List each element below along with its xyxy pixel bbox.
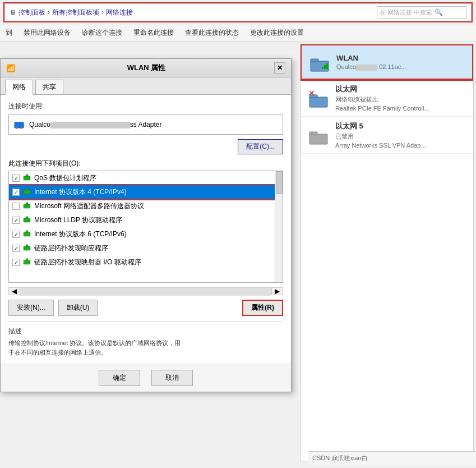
svg-rect-12 bbox=[26, 231, 28, 233]
list-item-checkbox[interactable] bbox=[12, 231, 20, 238]
svg-text:✕: ✕ bbox=[308, 89, 315, 98]
svg-rect-0 bbox=[15, 122, 24, 128]
cancel-button[interactable]: 取消 bbox=[151, 370, 193, 386]
tab-share[interactable]: 共享 bbox=[35, 80, 63, 94]
list-item-label: 链路层拓扑发现响应程序 bbox=[34, 244, 108, 253]
dialog-tabs: 网络 共享 bbox=[1, 77, 291, 95]
breadcrumb-sep1: › bbox=[48, 8, 50, 16]
breadcrumb-icon: 🖥 bbox=[10, 8, 16, 16]
list-item-icon bbox=[23, 230, 31, 239]
list-item-icon bbox=[23, 244, 31, 253]
wlan-icon bbox=[308, 50, 331, 72]
list-item-checkbox[interactable] bbox=[12, 203, 20, 210]
toolbar-item-diagnose[interactable]: 诊断这个连接 bbox=[81, 26, 123, 40]
list-item-label: Internet 协议版本 4 (TCP/IPv4) bbox=[34, 187, 127, 197]
list-item[interactable]: 链路层拓扑发现响应程序 bbox=[9, 241, 283, 255]
install-button[interactable]: 安装(N)... bbox=[8, 300, 54, 316]
list-item[interactable]: Internet 协议版本 4 (TCP/IPv4) bbox=[9, 185, 283, 199]
list-item[interactable]: 链路层拓扑发现映射器 I/O 驱动程序 bbox=[9, 255, 283, 269]
description-section: 描述 传输控制协议/Internet 协议。该协议是默认的广域网络协议，用 于在… bbox=[8, 322, 283, 357]
svg-rect-14 bbox=[26, 245, 28, 247]
adapter-name: Qualco████████████████████ss Adapter bbox=[29, 121, 161, 129]
toolbar-item-status[interactable]: 查看此连接的状态 bbox=[184, 26, 240, 40]
list-item-label: 链路层拓扑发现映射器 I/O 驱动程序 bbox=[34, 258, 141, 267]
toolbar-item-change[interactable]: 更改此连接的设置 bbox=[249, 26, 305, 40]
list-item[interactable]: QoS 数据包计划程序 bbox=[9, 171, 283, 185]
net-item-sub1: 已禁用 bbox=[335, 132, 466, 141]
breadcrumb-part3[interactable]: 网络连接 bbox=[106, 8, 133, 17]
hscroll-left[interactable]: ◀ bbox=[9, 288, 20, 295]
properties-button[interactable]: 属性(R) bbox=[242, 300, 283, 316]
svg-rect-16 bbox=[26, 259, 28, 261]
svg-rect-1 bbox=[16, 127, 17, 129]
status-bar: CSDN @爪哇xiao白 bbox=[308, 451, 476, 465]
list-item-icon bbox=[23, 173, 31, 183]
network-connections-panel: WLANQualco██████ 02.11ac... ✕ 以太网网络电缆被拔出… bbox=[300, 44, 474, 461]
ok-button[interactable]: 确定 bbox=[99, 370, 140, 386]
uninstall-button[interactable]: 卸载(U) bbox=[58, 300, 98, 316]
status-brand: CSDN @爪哇xiao白 bbox=[312, 454, 368, 462]
scrollbar-thumb[interactable] bbox=[276, 171, 283, 194]
svg-rect-25 bbox=[309, 134, 327, 144]
net-item-name: 以太网 bbox=[335, 84, 466, 94]
list-item-checkbox[interactable] bbox=[12, 175, 20, 182]
list-item-label: Microsoft LLDP 协议驱动程序 bbox=[34, 215, 122, 225]
vpn-icon bbox=[307, 123, 330, 145]
list-item-icon bbox=[23, 258, 31, 267]
net-item-name: 以太网 5 bbox=[335, 121, 466, 131]
list-item[interactable]: Microsoft 网络适配器多路传送器协议 bbox=[9, 199, 283, 213]
breadcrumb-part1[interactable]: 控制面板 bbox=[19, 8, 45, 17]
dialog-close-button[interactable]: ✕ bbox=[274, 62, 285, 74]
svg-rect-10 bbox=[26, 217, 28, 219]
search-placeholder: 在 网络连接 中搜索 bbox=[380, 8, 432, 17]
list-item[interactable]: Microsoft LLDP 协议驱动程序 bbox=[9, 213, 283, 227]
hscroll-track bbox=[20, 288, 271, 296]
list-scrollbar[interactable] bbox=[275, 171, 283, 282]
dialog-footer: 确定 取消 bbox=[1, 364, 291, 392]
adapter-icon bbox=[13, 119, 25, 130]
toolbar-item-disable[interactable]: 禁用此网络设备 bbox=[22, 26, 72, 40]
net-item-name: WLAN bbox=[336, 54, 465, 62]
svg-rect-17 bbox=[311, 61, 329, 71]
svg-rect-26 bbox=[309, 132, 317, 135]
main-content: 📶 WLAN 属性 ✕ 网络 共享 连接时使用: Qualco█████████… bbox=[0, 42, 476, 465]
ethernet-icon: ✕ bbox=[307, 86, 330, 108]
hscroll-right[interactable]: ▶ bbox=[271, 288, 283, 295]
dialog-titlebar: 📶 WLAN 属性 ✕ bbox=[1, 59, 291, 77]
list-item-icon bbox=[23, 201, 31, 211]
network-item[interactable]: 以太网 5已禁用Array Networks SSL VPN Adap... bbox=[301, 117, 473, 154]
net-item-info: 以太网网络电缆被拔出Realtek PCIe FE Family Control… bbox=[335, 84, 466, 112]
net-item-sub1: Qualco██████ 02.11ac... bbox=[336, 63, 465, 70]
toolbar-item-back[interactable]: 到 bbox=[4, 26, 13, 40]
toolbar: 到 禁用此网络设备 诊断这个连接 重命名此连接 查看此连接的状态 更改此连接的设… bbox=[0, 25, 476, 42]
list-item-checkbox[interactable] bbox=[12, 259, 20, 266]
desc-text: 传输控制协议/Internet 协议。该协议是默认的广域网络协议，用 于在不同的… bbox=[8, 338, 283, 357]
address-bar: 🖥 控制面板 › 所有控制面板项 › 网络连接 在 网络连接 中搜索 🔍 bbox=[4, 3, 472, 21]
desc-label: 描述 bbox=[8, 327, 283, 336]
network-item[interactable]: WLANQualco██████ 02.11ac... bbox=[301, 44, 473, 80]
breadcrumb-part2[interactable]: 所有控制面板项 bbox=[52, 8, 99, 17]
network-item[interactable]: ✕ 以太网网络电缆被拔出Realtek PCIe FE Family Contr… bbox=[301, 80, 473, 117]
net-item-info: 以太网 5已禁用Array Networks SSL VPN Adap... bbox=[335, 121, 466, 149]
svg-rect-20 bbox=[324, 65, 326, 69]
toolbar-item-rename[interactable]: 重命名此连接 bbox=[132, 26, 175, 40]
list-item-checkbox[interactable] bbox=[12, 217, 20, 224]
svg-rect-19 bbox=[322, 67, 324, 69]
dialog-title-icon: 📶 bbox=[6, 64, 15, 72]
svg-rect-18 bbox=[311, 59, 318, 62]
list-item-checkbox[interactable] bbox=[12, 189, 20, 196]
search-box[interactable]: 在 网络连接 中搜索 🔍 bbox=[377, 6, 466, 19]
search-icon: 🔍 bbox=[435, 8, 443, 16]
items-list: QoS 数据包计划程序Internet 协议版本 4 (TCP/IPv4)Mic… bbox=[8, 171, 283, 283]
list-item-checkbox[interactable] bbox=[12, 245, 20, 252]
list-item-icon bbox=[23, 215, 31, 225]
config-button[interactable]: 配置(C)... bbox=[238, 139, 283, 154]
tab-network[interactable]: 网络 bbox=[5, 80, 33, 95]
list-item-label: Microsoft 网络适配器多路传送器协议 bbox=[34, 201, 144, 211]
action-row: 安装(N)... 卸载(U) 属性(R) bbox=[8, 300, 283, 316]
list-item[interactable]: Internet 协议版本 6 (TCP/IPv6) bbox=[9, 227, 283, 241]
dialog-body: 连接时使用: Qualco████████████████████ss Adap… bbox=[1, 95, 291, 364]
net-item-sub2: Array Networks SSL VPN Adap... bbox=[335, 142, 466, 149]
svg-rect-8 bbox=[26, 203, 28, 205]
list-item-label: Internet 协议版本 6 (TCP/IPv6) bbox=[34, 230, 127, 239]
